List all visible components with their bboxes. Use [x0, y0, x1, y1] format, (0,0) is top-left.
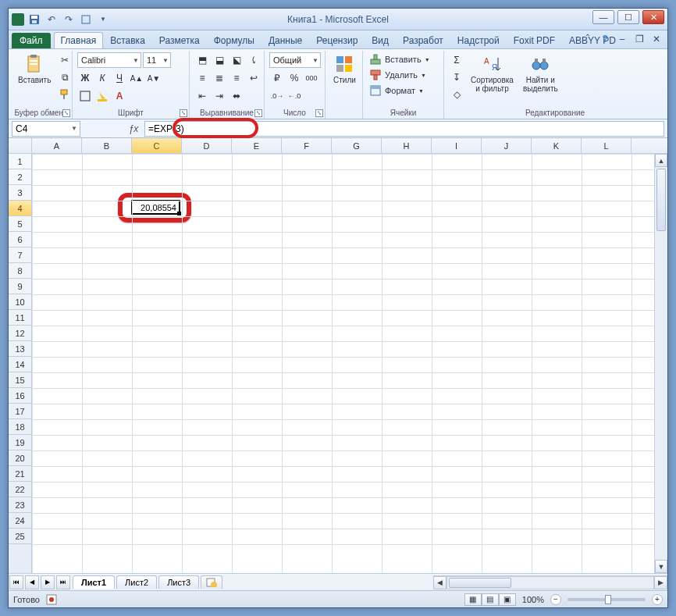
row-header[interactable]: 18 — [9, 419, 31, 435]
find-select-button[interactable]: Найти и выделить — [520, 52, 561, 94]
zoom-thumb[interactable] — [605, 595, 611, 604]
page-layout-view-icon[interactable]: ▤ — [482, 593, 499, 606]
sheet-tab-3[interactable]: Лист3 — [158, 575, 199, 589]
column-header[interactable]: E — [232, 138, 282, 153]
page-break-view-icon[interactable]: ▣ — [499, 593, 516, 606]
wrap-text-icon[interactable]: ↩ — [246, 70, 262, 86]
row-header[interactable]: 19 — [9, 435, 31, 450]
borders-icon[interactable] — [77, 88, 93, 104]
row-header[interactable]: 11 — [9, 310, 31, 326]
tab-data[interactable]: Данные — [262, 32, 309, 48]
zoom-in-button[interactable]: + — [652, 594, 663, 605]
styles-button[interactable]: Стили — [330, 52, 359, 86]
row-header[interactable]: 2 — [9, 169, 31, 185]
comma-icon[interactable]: 000 — [304, 70, 319, 86]
select-all-corner[interactable] — [9, 138, 32, 153]
column-header[interactable]: C — [132, 138, 182, 153]
macro-record-icon[interactable] — [46, 594, 57, 605]
align-bottom-icon[interactable]: ⬕ — [229, 52, 244, 68]
font-size-combo[interactable]: 11▼ — [143, 52, 171, 68]
new-sheet-button[interactable] — [201, 575, 222, 589]
row-header[interactable]: 1 — [9, 154, 31, 169]
decrease-font-icon[interactable]: A▼ — [146, 70, 162, 86]
formula-input[interactable]: =EXP(3) — [144, 121, 664, 137]
scroll-thumb[interactable] — [656, 169, 666, 231]
align-left-icon[interactable]: ≡ — [194, 70, 210, 86]
hscroll-track[interactable] — [447, 576, 654, 589]
scroll-right-icon[interactable]: ▶ — [654, 576, 667, 589]
tab-developer[interactable]: Разработ — [396, 32, 450, 48]
row-header[interactable]: 5 — [9, 216, 31, 232]
row-header[interactable]: 25 — [9, 529, 31, 544]
number-format-combo[interactable]: Общий▼ — [269, 52, 321, 68]
align-right-icon[interactable]: ≡ — [229, 70, 244, 86]
column-header[interactable]: K — [532, 138, 582, 153]
maximize-button[interactable]: ☐ — [617, 10, 639, 24]
sheet-tab-1[interactable]: Лист1 — [73, 575, 115, 589]
row-header[interactable]: 17 — [9, 404, 31, 419]
row-header[interactable]: 12 — [9, 326, 31, 341]
dialog-launcher-icon[interactable]: ⤡ — [315, 109, 323, 117]
redo-icon[interactable]: ↷ — [62, 12, 76, 27]
bold-button[interactable]: Ж — [77, 70, 93, 86]
insert-function-button[interactable]: ƒx — [126, 121, 141, 137]
row-header[interactable]: 9 — [9, 279, 31, 294]
format-cells-button[interactable]: Формат ▼ — [368, 84, 425, 98]
scroll-track[interactable] — [655, 167, 667, 560]
tab-insert[interactable]: Вставка — [103, 32, 152, 48]
align-middle-icon[interactable]: ⬓ — [212, 52, 227, 68]
row-header[interactable]: 21 — [9, 466, 31, 482]
workbook-close-icon[interactable]: ✕ — [650, 33, 663, 45]
tab-view[interactable]: Вид — [365, 32, 396, 48]
scroll-left-icon[interactable]: ◀ — [433, 576, 447, 589]
percent-icon[interactable]: % — [286, 70, 302, 86]
decrease-indent-icon[interactable]: ⇤ — [194, 88, 210, 104]
tab-nav-prev-icon[interactable]: ◀ — [25, 575, 39, 589]
column-header[interactable]: A — [32, 138, 82, 153]
cells-grid[interactable]: 20,08554 — [32, 154, 654, 573]
column-header[interactable]: D — [182, 138, 232, 153]
row-header[interactable]: 23 — [9, 497, 31, 513]
dialog-launcher-icon[interactable]: ⤡ — [62, 109, 70, 117]
close-button[interactable]: ✕ — [642, 10, 664, 24]
ribbon-minimize-icon[interactable]: ˆ — [582, 33, 594, 45]
fill-handle[interactable] — [177, 212, 181, 215]
zoom-slider[interactable] — [567, 598, 646, 601]
align-center-icon[interactable]: ≣ — [212, 70, 227, 86]
workbook-restore-icon[interactable]: ❐ — [633, 33, 646, 45]
delete-cells-button[interactable]: Удалить ▼ — [368, 68, 428, 82]
dialog-launcher-icon[interactable]: ⤡ — [254, 109, 262, 117]
row-header[interactable]: 24 — [9, 513, 31, 529]
row-header[interactable]: 4 — [9, 201, 31, 216]
fill-color-icon[interactable] — [94, 88, 110, 104]
fill-icon[interactable]: ↧ — [449, 69, 464, 85]
autosum-icon[interactable]: Σ — [449, 52, 464, 68]
workbook-minimize-icon[interactable]: – — [616, 33, 628, 45]
row-header[interactable]: 22 — [9, 482, 31, 497]
row-header[interactable]: 3 — [9, 185, 31, 201]
column-header[interactable]: G — [332, 138, 382, 153]
chevron-down-icon[interactable]: ▼ — [71, 125, 77, 132]
column-header[interactable]: J — [482, 138, 532, 153]
cut-icon[interactable]: ✂ — [57, 52, 73, 68]
tab-layout[interactable]: Разметка — [152, 32, 207, 48]
qat-extra-icon[interactable] — [79, 12, 93, 27]
increase-indent-icon[interactable]: ⇥ — [212, 88, 227, 104]
tab-review[interactable]: Рецензир — [309, 32, 365, 48]
tab-nav-last-icon[interactable]: ⏭ — [56, 575, 70, 589]
column-header[interactable]: F — [282, 138, 332, 153]
row-header[interactable]: 15 — [9, 372, 31, 388]
zoom-out-button[interactable]: − — [550, 594, 561, 605]
help-icon[interactable]: ? — [599, 33, 611, 45]
column-header[interactable]: L — [582, 138, 632, 153]
row-header[interactable]: 16 — [9, 388, 31, 404]
align-top-icon[interactable]: ⬒ — [194, 52, 210, 68]
scroll-up-icon[interactable]: ▲ — [655, 154, 667, 167]
font-name-combo[interactable]: Calibri▼ — [77, 52, 141, 68]
row-header[interactable]: 13 — [9, 341, 31, 357]
paste-button[interactable]: Вставить — [15, 52, 54, 86]
copy-icon[interactable]: ⧉ — [57, 69, 73, 85]
insert-cells-button[interactable]: Вставить ▼ — [368, 52, 432, 66]
tab-foxit[interactable]: Foxit PDF — [507, 32, 562, 48]
dialog-launcher-icon[interactable]: ⤡ — [180, 109, 187, 117]
